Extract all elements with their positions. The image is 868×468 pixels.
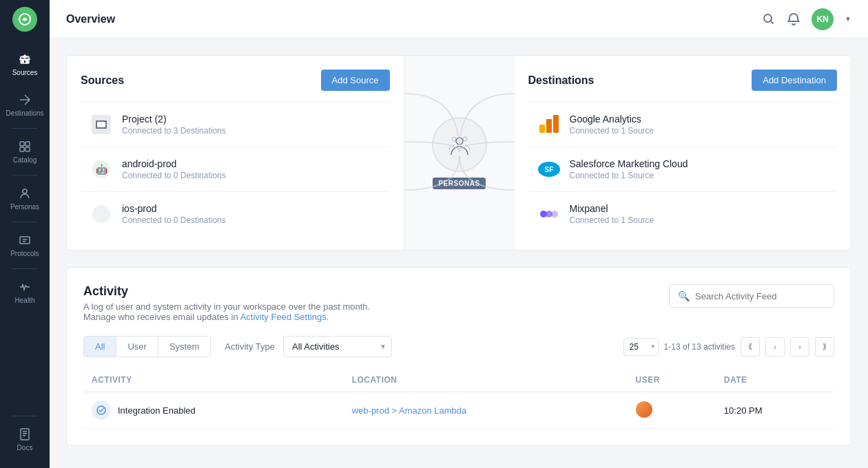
col-date: Date [716, 368, 834, 392]
last-page-button[interactable]: ⟫ [815, 337, 834, 357]
page-size-select[interactable]: 25 10 50 100 [623, 338, 659, 356]
notification-icon[interactable] [787, 12, 800, 26]
activity-header-left: Activity A log of user and system activi… [83, 284, 370, 322]
svg-point-2 [24, 55, 26, 57]
svg-rect-20 [539, 125, 545, 133]
destinations-panel-header: Destinations Add Destination [528, 70, 838, 91]
dest-item-google-analytics[interactable]: Google Analytics Connected to 1 Source [528, 102, 838, 147]
td-user [628, 392, 716, 429]
source-item-project[interactable]: Project (2) Connected to 3 Destinations [81, 102, 390, 147]
google-analytics-icon [537, 112, 561, 137]
personas-bubble-icon [446, 131, 473, 158]
source-android-name: android-prod [122, 158, 226, 169]
td-activity: Integration Enabled [83, 392, 344, 429]
logo-icon [12, 7, 37, 32]
mixpanel-icon [537, 202, 561, 226]
page-size-wrap: 25 10 50 100 ▼ [623, 338, 659, 356]
dest-sf-subtitle: Connected to 1 Source [570, 171, 688, 180]
sidebar-item-catalog[interactable]: Catalog [0, 131, 50, 172]
sidebar-item-protocols[interactable]: Protocols [0, 225, 50, 266]
sidebar-item-health[interactable]: Health [0, 272, 50, 312]
filter-tab-all[interactable]: All [84, 337, 116, 357]
destinations-panel-title: Destinations [528, 74, 595, 87]
sources-panel-header: Sources Add Source [81, 70, 390, 91]
activity-table-body: Integration Enabled web-prod > Amazon La… [83, 392, 834, 429]
docs-label: Docs [17, 444, 33, 451]
svg-point-17 [456, 138, 463, 145]
sidebar-item-destinations[interactable]: Destinations [0, 85, 50, 125]
avatar-caret[interactable]: ▼ [845, 15, 851, 23]
sources-label: Sources [12, 69, 38, 76]
filter-tab-user[interactable]: User [116, 337, 158, 357]
activity-feed-settings-link[interactable]: Activity Feed Settings. [240, 312, 329, 322]
project-icon [89, 112, 114, 137]
sidebar-logo[interactable] [0, 0, 50, 39]
col-user: User [628, 368, 716, 392]
pagination-info: 1-13 of 13 activities [664, 342, 735, 352]
sidebar-item-sources[interactable]: Sources [0, 44, 50, 85]
dest-item-mixpanel[interactable]: Mixpanel Connected to 1 Source [528, 191, 838, 236]
main-content: Overview KN ▼ Sources Add Source [50, 0, 868, 468]
dest-item-salesforce[interactable]: SF Salesforce Marketing Cloud Connected … [528, 147, 838, 191]
activity-desc-text2: Manage who receives email updates in [83, 312, 238, 322]
filter-tab-system[interactable]: System [158, 337, 210, 357]
activity-description: A log of user and system activity in you… [83, 301, 370, 322]
td-location: web-prod > Amazon Lambda [344, 392, 628, 429]
catalog-icon [18, 140, 32, 153]
svg-text:SF: SF [544, 166, 553, 173]
svg-rect-8 [20, 237, 30, 244]
svg-rect-9 [21, 429, 29, 440]
dest-mp-subtitle: Connected to 1 Source [570, 215, 654, 225]
svg-point-19 [463, 137, 467, 141]
sources-icon [18, 52, 32, 66]
svg-point-16 [92, 205, 110, 223]
svg-rect-3 [20, 142, 24, 146]
svg-rect-22 [553, 115, 559, 133]
activity-table-header: Activity Location User Date [83, 368, 834, 392]
dest-mp-name: Mixpanel [570, 203, 654, 214]
activity-search-input[interactable] [695, 291, 825, 301]
search-icon[interactable] [762, 12, 776, 26]
svg-text:🤖: 🤖 [96, 164, 108, 176]
location-link[interactable]: web-prod > Amazon Lambda [352, 405, 467, 416]
dest-ga-info: Google Analytics Connected to 1 Source [570, 114, 654, 136]
source-ios-info: ios-prod Connected to 0 Destinations [122, 203, 226, 225]
activity-desc-text: A log of user and system activity in you… [83, 301, 370, 312]
sidebar: Sources Destinations Catalog [0, 0, 50, 468]
first-page-button[interactable]: ⟪ [741, 337, 760, 357]
next-page-button[interactable]: › [790, 337, 809, 357]
source-item-android[interactable]: 🤖 android-prod Connected to 0 Destinatio… [81, 147, 390, 191]
add-destination-button[interactable]: Add Destination [752, 70, 837, 91]
svg-point-10 [764, 14, 772, 22]
source-item-ios[interactable]: ios-prod Connected to 0 Destinations [81, 191, 390, 236]
health-icon [18, 280, 32, 294]
sources-panel-title: Sources [81, 74, 124, 87]
dest-sf-name: Salesforce Marketing Cloud [570, 158, 688, 169]
svg-point-27 [551, 211, 558, 217]
nav-divider-5 [12, 416, 37, 416]
source-android-subtitle: Connected to 0 Destinations [122, 171, 226, 180]
personas-icon [18, 187, 32, 200]
add-source-button[interactable]: Add Source [321, 70, 390, 91]
user-avatar[interactable]: KN [812, 8, 834, 30]
sidebar-item-docs[interactable]: Docs [12, 419, 37, 460]
svg-point-18 [452, 137, 456, 141]
source-android-info: android-prod Connected to 0 Destinations [122, 158, 226, 180]
page-title: Overview [66, 13, 115, 25]
sidebar-item-personas[interactable]: Personas [0, 178, 50, 219]
col-location: Location [344, 368, 628, 392]
dest-ga-name: Google Analytics [570, 114, 654, 125]
activity-search-bar: 🔍 [669, 284, 834, 308]
destinations-icon [18, 93, 32, 107]
protocols-icon [18, 233, 32, 247]
docs-icon [18, 427, 32, 441]
nav-divider-4 [12, 268, 37, 269]
overview-area: Sources Add Source Project (2) Con [66, 55, 851, 251]
table-row: Integration Enabled web-prod > Amazon La… [83, 392, 834, 429]
activity-type-select[interactable]: All Activities Integration Enabled Integ… [283, 336, 392, 357]
source-project-subtitle: Connected to 3 Destinations [122, 126, 226, 136]
activity-type-icon [96, 405, 106, 415]
prev-page-button[interactable]: ‹ [765, 337, 785, 357]
apple-icon [89, 202, 114, 226]
svg-rect-6 [25, 147, 30, 151]
